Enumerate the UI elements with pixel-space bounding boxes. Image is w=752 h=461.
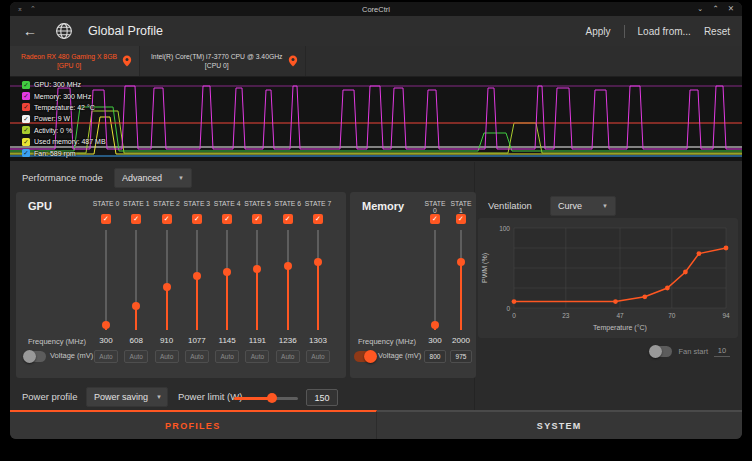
maximize-icon[interactable]: ⌃ [712,2,718,16]
gpu-frequency-slider-4[interactable] [213,230,241,330]
gpu-frequency-label: Frequency (MHz) [28,336,86,348]
power-profile-dropdown[interactable]: Power saving ▼ [86,387,168,407]
minimize-icon[interactable]: ⌄ [697,2,703,16]
tab-system[interactable]: SYSTEM [377,410,743,439]
slider-handle[interactable] [253,265,261,273]
legend-checkbox[interactable]: ✓ [22,138,30,146]
tab-profiles[interactable]: PROFILES [10,410,377,439]
close-icon[interactable]: ✕ [728,2,734,16]
slider-handle[interactable] [431,321,439,329]
fan-start-toggle[interactable] [650,346,672,357]
slider-handle[interactable] [102,321,110,329]
legend-item-temperature[interactable]: ✓Temperature: 42 °C [22,102,106,113]
legend-checkbox[interactable]: ✓ [22,81,30,89]
page-title: Global Profile [88,24,163,38]
legend-label: Activity: 0 % [34,127,72,134]
gpu-frequency-slider-5[interactable] [243,230,271,330]
slider-handle[interactable] [163,283,171,291]
x-tick-label: 47 [616,312,624,319]
legend-label: GPU: 300 MHz [34,81,81,88]
gpu-voltage-value-6[interactable]: Auto [276,350,300,363]
load-from-button[interactable]: Load from... [638,26,691,37]
memory-voltage-toggle[interactable] [354,351,376,362]
legend-checkbox[interactable]: ✓ [22,149,30,157]
legend-item-fan[interactable]: ✓Fan: 589 rpm [22,147,106,158]
gpu-frequency-slider-0[interactable] [92,230,120,330]
performance-mode-dropdown[interactable]: Advanced ▼ [114,168,192,188]
gpu-voltage-value-4[interactable]: Auto [215,350,239,363]
slider-handle[interactable] [457,258,465,266]
slider-handle[interactable] [193,272,201,280]
apply-button[interactable]: Apply [586,26,611,37]
legend-item-memory[interactable]: ✓Memory: 300 MHz [22,90,106,101]
sensor-monitor-graph: ✓GPU: 300 MHz✓Memory: 300 MHz✓Temperatur… [10,77,742,161]
gpu-frequency-slider-6[interactable] [274,230,302,330]
fan-start-value[interactable]: 10 [714,346,730,357]
memory-voltage-value-1[interactable]: 975 [450,350,472,363]
tab-cpu-device[interactable]: Intel(R) Core(TM) i7-3770 CPU @ 3.40GHz … [140,46,306,76]
pin-icon[interactable]: ⌅ [17,2,23,16]
gpu-frequency-slider-1[interactable] [122,230,150,330]
legend-item-power[interactable]: ✓Power: 9 W [22,113,106,124]
legend-checkbox[interactable]: ✓ [22,115,30,123]
gpu-voltage-value-0[interactable]: Auto [94,350,118,363]
memory-voltage-value-0[interactable]: 800 [424,350,446,363]
location-pin-icon [122,55,132,67]
legend-item-activity[interactable]: ✓Activity: 0 % [22,125,106,136]
gpu-state-label: STATE 0 [92,200,120,207]
gpu-frequency-slider-3[interactable] [183,230,211,330]
slider-handle[interactable] [314,258,322,266]
legend-item-used-memory[interactable]: ✓Used memory: 487 MB [22,136,106,147]
gpu-state-checkbox-7[interactable]: ✓ [313,214,323,224]
memory-state-checkbox-1[interactable]: ✓ [456,214,466,224]
gpu-frequency-slider-7[interactable] [304,230,332,330]
gpu-state-col-1: STATE 1✓608Auto [122,200,150,370]
power-limit-label: Power limit (W) [178,387,242,407]
legend-label: Temperature: 42 °C [34,104,95,111]
shade-icon[interactable]: ⌃ [30,2,36,16]
toggle-knob [364,350,377,363]
gpu-state-checkbox-2[interactable]: ✓ [162,214,172,224]
gpu-voltage-value-7[interactable]: Auto [306,350,330,363]
slider-handle[interactable] [267,393,277,403]
tab-gpu-device[interactable]: Radeon RX 480 Gaming X 8GB [GPU 0] [10,46,140,76]
memory-frequency-slider-1[interactable] [448,230,474,330]
fan-start-row: Fan start 10 [650,346,730,357]
legend-item-gpu[interactable]: ✓GPU: 300 MHz [22,79,106,90]
legend-checkbox[interactable]: ✓ [22,92,30,100]
device-tab-name: Radeon RX 480 Gaming X 8GB [21,52,117,61]
legend-checkbox[interactable]: ✓ [22,126,30,134]
gpu-voltage-toggle[interactable] [24,351,46,362]
slider-handle[interactable] [132,302,140,310]
reset-button[interactable]: Reset [704,26,730,37]
gpu-state-checkbox-4[interactable]: ✓ [222,214,232,224]
gpu-state-checkbox-6[interactable]: ✓ [283,214,293,224]
fan-curve-chart[interactable]: 0234770940100Temperature (°C)PWM (%) [478,218,738,338]
gpu-state-checkbox-1[interactable]: ✓ [131,214,141,224]
chevron-down-icon: ▼ [170,175,184,181]
power-limit-slider[interactable] [234,390,298,406]
monitor-legend: ✓GPU: 300 MHz✓Memory: 300 MHz✓Temperatur… [22,79,106,159]
gpu-voltage-value-3[interactable]: Auto [185,350,209,363]
ventilation-mode-dropdown[interactable]: Curve ▼ [550,196,616,216]
ventilation-mode-value: Curve [558,201,582,211]
slider-handle[interactable] [284,262,292,270]
gpu-state-checkbox-5[interactable]: ✓ [252,214,262,224]
gpu-state-checkbox-0[interactable]: ✓ [101,214,111,224]
slider-handle[interactable] [223,268,231,276]
gpu-panel: GPU Frequency (MHz) Voltage (mV) STATE 0… [16,192,346,378]
gpu-voltage-value-1[interactable]: Auto [124,350,148,363]
gpu-voltage-value-2[interactable]: Auto [155,350,179,363]
back-button[interactable]: ← [23,23,37,39]
memory-state-col-0: STATE 0✓300800 [422,200,448,370]
memory-state-checkbox-0[interactable]: ✓ [430,214,440,224]
gpu-voltage-value-5[interactable]: Auto [245,350,269,363]
power-limit-value[interactable]: 150 [306,389,338,406]
gpu-frequency-slider-2[interactable] [153,230,181,330]
memory-frequency-value: 2000 [448,336,474,345]
memory-frequency-slider-0[interactable] [422,230,448,330]
gpu-state-checkbox-3[interactable]: ✓ [192,214,202,224]
titlebar: ⌅ ⌃ CoreCtrl ⌄ ⌃ ✕ [10,2,742,16]
legend-checkbox[interactable]: ✓ [22,103,30,111]
fan-curve-card: 0234770940100Temperature (°C)PWM (%) [478,218,738,338]
